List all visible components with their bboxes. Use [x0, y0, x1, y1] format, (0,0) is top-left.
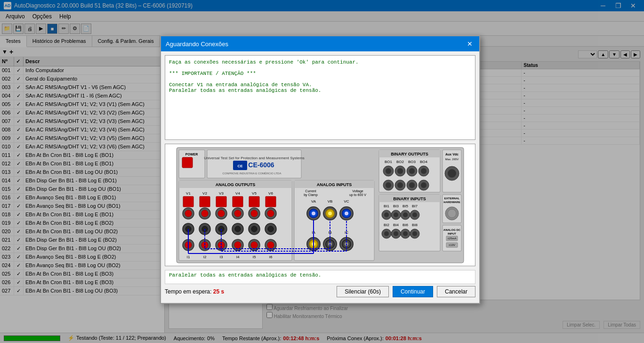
modal-overlay: Aguardando Conexões ✕ Faça as conexões n… — [0, 0, 644, 343]
svg-text:BI5: BI5 — [402, 204, 409, 208]
svg-text:up to 600 V: up to 600 V — [349, 193, 366, 197]
svg-point-34 — [251, 210, 258, 217]
svg-text:EXTERNAL: EXTERNAL — [444, 197, 460, 200]
modal-bottom-text: Paralelar todas as entradas analógicas d… — [165, 270, 475, 284]
svg-point-28 — [201, 210, 208, 217]
svg-point-157 — [448, 209, 456, 218]
svg-rect-21 — [216, 196, 226, 207]
modal-title-bar: Aguardando Conexões ✕ — [161, 36, 479, 51]
svg-text:I4: I4 — [236, 255, 240, 259]
modal-footer: Tempo em espera: 25 s Silenciar (60s) Co… — [165, 284, 475, 299]
svg-point-46 — [251, 226, 257, 232]
svg-text:I1: I1 — [187, 255, 190, 259]
tempo-label: Tempo em espera: — [165, 288, 211, 295]
svg-text:VC: VC — [344, 199, 349, 204]
svg-rect-24 — [266, 196, 276, 207]
svg-point-108 — [397, 168, 403, 174]
svg-text:I2: I2 — [203, 255, 207, 259]
svg-rect-23 — [249, 196, 259, 207]
svg-point-79 — [312, 212, 315, 215]
svg-point-118 — [409, 182, 415, 188]
svg-point-112 — [421, 168, 427, 174]
svg-text:±25mA: ±25mA — [448, 237, 457, 240]
svg-text:I6: I6 — [269, 255, 273, 259]
svg-text:BI7: BI7 — [412, 204, 418, 208]
svg-text:V6: V6 — [268, 191, 273, 196]
svg-text:BI2: BI2 — [384, 223, 390, 227]
modal-title: Aguardando Conexões — [166, 41, 228, 48]
svg-text:BO3: BO3 — [408, 160, 416, 164]
svg-text:BI4: BI4 — [393, 223, 399, 227]
modal-line-4 — [169, 76, 471, 82]
svg-text:I3: I3 — [220, 255, 223, 259]
svg-text:BINARY INPUTS: BINARY INPUTS — [393, 196, 426, 201]
modal-device-diagram: POWER Universal Test Set for Protection … — [165, 144, 475, 266]
continuar-button[interactable]: Continuar — [393, 286, 433, 297]
svg-text:V3: V3 — [219, 191, 224, 196]
svg-text:BO2: BO2 — [396, 160, 404, 164]
svg-point-138 — [403, 212, 408, 217]
modal-line-1: Faça as conexões necessárias e pressione… — [169, 59, 471, 65]
svg-text:VB: VB — [328, 199, 333, 204]
svg-point-56 — [234, 242, 241, 248]
svg-point-106 — [386, 168, 391, 174]
svg-text:BI1: BI1 — [384, 204, 390, 208]
svg-rect-22 — [233, 196, 243, 207]
svg-point-136 — [394, 212, 398, 217]
svg-text:BO1: BO1 — [385, 160, 393, 164]
svg-rect-19 — [183, 196, 193, 207]
svg-text:HARDWARE: HARDWARE — [443, 201, 460, 204]
svg-point-146 — [384, 231, 389, 236]
svg-point-58 — [251, 242, 258, 248]
svg-point-30 — [218, 210, 225, 217]
svg-text:BINARY OUTPUTS: BINARY OUTPUTS — [391, 152, 428, 156]
svg-point-26 — [185, 210, 192, 217]
svg-point-134 — [384, 212, 389, 217]
modal-body: Faça as conexões necessárias e pressione… — [161, 51, 479, 303]
svg-point-152 — [412, 231, 417, 236]
svg-point-85 — [345, 212, 348, 215]
svg-point-44 — [235, 226, 241, 232]
svg-point-148 — [394, 231, 398, 236]
svg-text:Max. 265V: Max. 265V — [445, 158, 459, 161]
svg-text:BO4: BO4 — [420, 160, 428, 164]
modal-line-2 — [169, 65, 471, 71]
modal-line-3: *** IMPORTANTE / ATENÇÃO *** — [169, 71, 471, 76]
svg-text:V1: V1 — [186, 191, 191, 196]
svg-text:ANALOG DC: ANALOG DC — [443, 229, 461, 231]
svg-text:V4: V4 — [235, 191, 240, 196]
cancelar-button[interactable]: Cancelar — [437, 286, 475, 297]
tempo-value: 25 s — [213, 288, 224, 295]
svg-point-36 — [267, 210, 274, 217]
silenciar-button[interactable]: Silenciar (60s) — [337, 286, 389, 297]
modal-buttons: Silenciar (60s) Continuar Cancelar — [337, 286, 475, 297]
svg-text:ANALOG INPUTS: ANALOG INPUTS — [317, 182, 352, 187]
svg-point-150 — [403, 231, 408, 236]
svg-point-110 — [409, 168, 415, 174]
svg-text:CE: CE — [237, 164, 243, 168]
svg-text:CONPROVE INDUSTRIA E COMÉRCIO : CONPROVE INDUSTRIA E COMÉRCIO LTDA — [223, 172, 282, 175]
svg-text:VA: VA — [311, 199, 316, 204]
modal-line-6: Paralelar todas as entradas analógicas d… — [169, 88, 471, 93]
svg-point-32 — [234, 210, 241, 217]
svg-point-82 — [328, 212, 332, 215]
modal-text-area[interactable]: Faça as conexões necessárias e pressione… — [165, 55, 475, 140]
svg-point-60 — [267, 242, 274, 248]
svg-text:±10V: ±10V — [449, 244, 455, 246]
svg-text:Universal Test Set for Protect: Universal Test Set for Protection and Me… — [204, 156, 305, 160]
svg-rect-3 — [182, 157, 193, 168]
modal-dialog: Aguardando Conexões ✕ Faça as conexões n… — [160, 35, 480, 304]
svg-text:BI8: BI8 — [412, 223, 418, 227]
tempo-section: Tempo em espera: 25 s — [165, 288, 224, 295]
svg-text:Aux Vdc: Aux Vdc — [445, 153, 459, 156]
svg-text:CE-6006: CE-6006 — [248, 161, 274, 169]
modal-close-button[interactable]: ✕ — [465, 39, 475, 49]
svg-text:BI3: BI3 — [393, 204, 399, 208]
svg-text:INPUT: INPUT — [448, 232, 456, 235]
svg-point-116 — [397, 182, 403, 188]
svg-point-114 — [386, 182, 391, 188]
svg-text:BI6: BI6 — [402, 223, 409, 227]
svg-text:by Clamp: by Clamp — [304, 193, 318, 197]
svg-text:POWER: POWER — [185, 153, 198, 156]
modal-line-5: Conectar V1 na entrada analógica de tens… — [169, 82, 471, 88]
